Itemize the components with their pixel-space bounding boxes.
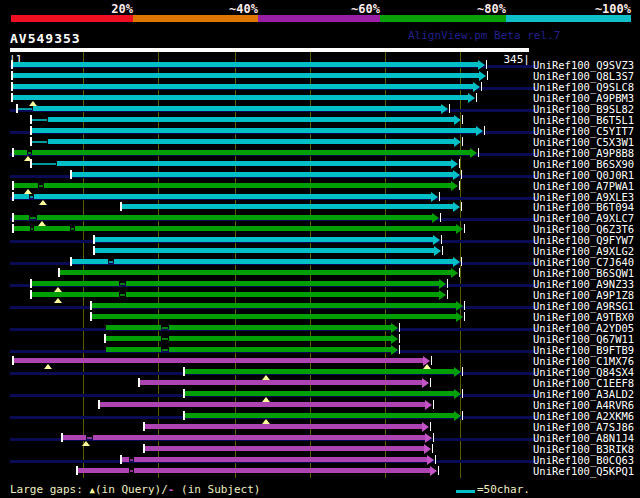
alignment-bar-segment bbox=[13, 73, 479, 78]
alignment-bar-segment bbox=[72, 172, 453, 177]
alignment-bar-segment bbox=[106, 347, 161, 352]
direction-arrow-icon bbox=[391, 345, 398, 355]
alignment-bar-segment bbox=[114, 259, 453, 264]
direction-arrow-icon bbox=[454, 115, 461, 125]
alignment-end-tick bbox=[464, 224, 465, 233]
alignment-end-tick bbox=[447, 279, 448, 288]
alignment-start-tick bbox=[30, 279, 32, 288]
direction-arrow-icon bbox=[451, 181, 458, 191]
alignment-end-tick bbox=[462, 411, 463, 420]
scale-tick-label: 20% bbox=[63, 2, 133, 16]
alignment-start-tick bbox=[93, 235, 95, 244]
direction-arrow-icon bbox=[391, 334, 398, 344]
direction-arrow-icon bbox=[391, 323, 398, 333]
legend-query-text: (in Query)/ bbox=[95, 483, 168, 496]
alignment-start-tick bbox=[11, 93, 13, 102]
alignment-start-tick bbox=[12, 181, 14, 190]
alignment-bar-segment bbox=[14, 226, 30, 231]
alignment-bar-segment bbox=[95, 237, 433, 242]
alignment-bar-segment bbox=[169, 347, 391, 352]
alignment-bar-segment bbox=[122, 457, 129, 462]
direction-arrow-icon bbox=[439, 279, 446, 289]
alignment-bar-segment bbox=[13, 84, 473, 89]
alignment-bar-segment bbox=[134, 468, 430, 473]
direction-arrow-icon bbox=[454, 137, 461, 147]
direction-arrow-icon bbox=[427, 455, 434, 465]
alignment-start-tick bbox=[90, 301, 92, 310]
subject-gap-line bbox=[120, 283, 125, 285]
alignment-start-tick bbox=[16, 104, 18, 113]
legend-prefix: Large gaps: bbox=[10, 483, 89, 496]
direction-arrow-icon bbox=[478, 60, 485, 70]
alignment-row: UniRef100_Q5KPQ1 bbox=[0, 467, 640, 478]
alignment-start-tick bbox=[58, 268, 60, 277]
alignment-bar-segment bbox=[75, 226, 456, 231]
alignment-start-tick bbox=[30, 126, 32, 135]
alignment-bar-segment bbox=[145, 446, 424, 451]
alignment-end-tick bbox=[459, 159, 460, 168]
alignment-bar-segment bbox=[78, 468, 129, 473]
direction-arrow-icon bbox=[454, 411, 461, 421]
alignment-end-tick bbox=[399, 334, 400, 343]
alignment-end-tick bbox=[478, 148, 479, 157]
alignment-bar-segment bbox=[126, 281, 439, 286]
alignment-bar-segment bbox=[185, 391, 454, 396]
alignment-end-tick bbox=[487, 71, 488, 80]
scale-tick-label: ~60% bbox=[310, 2, 380, 16]
subject-gap-line bbox=[18, 108, 32, 110]
alignment-end-tick bbox=[430, 422, 431, 431]
direction-arrow-icon bbox=[456, 301, 463, 311]
direction-arrow-icon bbox=[453, 202, 460, 212]
direction-arrow-icon bbox=[439, 290, 446, 300]
alignment-bar-segment bbox=[32, 128, 476, 133]
alignment-start-tick bbox=[76, 466, 78, 475]
alignment-bar-segment bbox=[134, 457, 427, 462]
subject-label[interactable]: UniRef100_Q5KPQ1 bbox=[533, 466, 634, 477]
alignment-end-tick bbox=[461, 170, 462, 179]
subject-gap-line bbox=[130, 459, 133, 461]
scale-tick-label: ~40% bbox=[188, 2, 258, 16]
alignment-start-tick bbox=[12, 356, 14, 365]
alignment-end-tick bbox=[399, 323, 400, 332]
alignment-end-tick bbox=[464, 312, 465, 321]
scale-segment bbox=[506, 15, 631, 22]
subject-label[interactable]: UniRef100_A8N1J4 bbox=[533, 433, 634, 444]
alignment-bar-segment bbox=[14, 150, 27, 155]
subject-label[interactable]: UniRef100_B6SX90 bbox=[533, 159, 634, 170]
alignment-end-tick bbox=[449, 104, 450, 113]
alignment-bar-segment bbox=[122, 204, 453, 209]
alignment-start-tick bbox=[11, 82, 13, 91]
alignment-end-tick bbox=[462, 389, 463, 398]
alignment-end-tick bbox=[435, 455, 436, 464]
subject-label[interactable]: UniRef100_A7PWA1 bbox=[533, 181, 634, 192]
alignment-end-tick bbox=[433, 400, 434, 409]
alignment-bar-segment bbox=[34, 226, 70, 231]
subject-gap-line bbox=[39, 185, 43, 187]
alignment-bar-segment bbox=[106, 336, 161, 341]
alignment-start-tick bbox=[143, 444, 145, 453]
alignment-bar-segment bbox=[93, 435, 425, 440]
alignment-bar-segment bbox=[14, 194, 29, 199]
alignment-bar-segment bbox=[60, 270, 451, 275]
alignment-end-tick bbox=[459, 268, 460, 277]
subject-label[interactable]: UniRef100_B3RIK8 bbox=[533, 444, 634, 455]
alignment-end-tick bbox=[464, 301, 465, 310]
watermark-text: AlignView.pm Beta rel.7 bbox=[408, 29, 560, 42]
alignment-end-tick bbox=[438, 466, 439, 475]
alignment-bar-segment bbox=[100, 402, 425, 407]
direction-arrow-icon bbox=[479, 71, 486, 81]
subject-label[interactable]: UniRef100_B0CQ63 bbox=[533, 455, 634, 466]
alignment-start-tick bbox=[12, 192, 14, 201]
scale-sample-label: =50char. bbox=[477, 483, 530, 496]
alignment-bar-segment bbox=[106, 325, 161, 330]
direction-arrow-icon bbox=[473, 82, 480, 92]
subject-label[interactable]: UniRef100_Q0J0R1 bbox=[533, 170, 634, 181]
alignment-end-tick bbox=[462, 367, 463, 376]
subject-gap-line bbox=[120, 294, 125, 296]
alignment-start-tick bbox=[93, 246, 95, 255]
alignment-start-tick bbox=[11, 60, 13, 69]
alignment-start-tick bbox=[120, 202, 122, 211]
alignment-bar-segment bbox=[48, 139, 454, 144]
subject-gap-line bbox=[71, 228, 74, 230]
subject-gap-line bbox=[109, 261, 113, 263]
